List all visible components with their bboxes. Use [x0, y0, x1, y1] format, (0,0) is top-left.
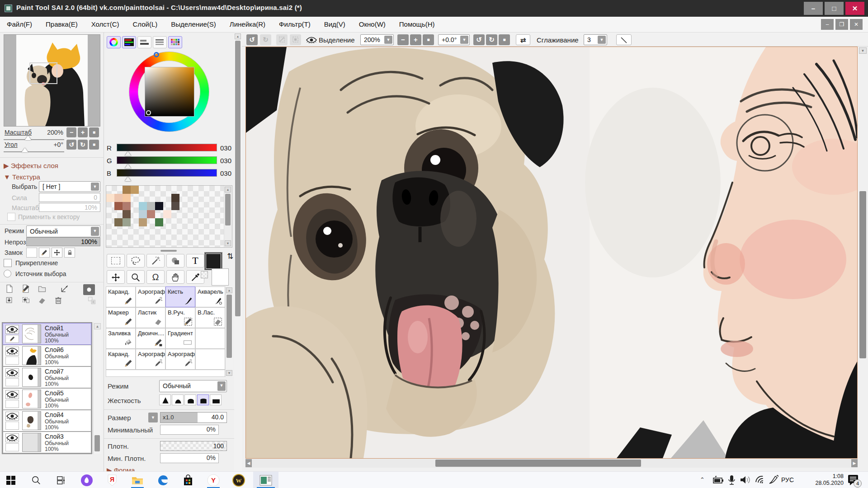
close-button[interactable]: ✕ [845, 2, 864, 15]
blue-slider-thumb[interactable] [125, 177, 131, 181]
invert-selection-button[interactable] [290, 34, 301, 45]
new-layer-button[interactable] [4, 284, 15, 295]
nav-zoom-out-button[interactable]: − [66, 127, 76, 137]
canvas-hscrollbar[interactable]: ◀ ▶ [245, 459, 858, 468]
canvas-viewport[interactable] [245, 47, 858, 459]
density-slider[interactable]: 100 [160, 441, 227, 451]
search-button[interactable] [25, 472, 47, 488]
delete-layer-button[interactable] [52, 296, 64, 307]
layer-edit-indicator[interactable] [5, 357, 19, 365]
maximize-button[interactable]: □ [825, 2, 844, 15]
brush-eraser[interactable]: Ластик [136, 307, 165, 328]
scroll-down-arrow[interactable]: ▼ [225, 240, 231, 246]
color-swatch[interactable] [163, 210, 171, 218]
magic-wand-tool[interactable] [146, 254, 165, 267]
deselect-button[interactable] [276, 34, 288, 45]
layer-visibility-toggle[interactable] [5, 325, 19, 334]
scroll-down-arrow[interactable]: ▼ [226, 370, 232, 376]
chevron-down-icon[interactable] [598, 36, 606, 44]
texture-header[interactable]: ▼ Текстура [4, 173, 40, 181]
nav-zoom-in-button[interactable]: + [78, 127, 88, 137]
layer-row-5[interactable]: Слой4 Обычный 100% [3, 410, 91, 431]
layer-effects-header[interactable]: ▶ Эффекты слоя [4, 162, 58, 170]
lock-move-button[interactable] [52, 248, 62, 258]
chevron-down-icon[interactable] [460, 36, 468, 44]
swatch-scroll-thumb[interactable] [225, 194, 231, 225]
copy-layer-button[interactable] [20, 296, 32, 307]
hardness-2-button[interactable] [172, 394, 184, 405]
layer-mask-button[interactable] [83, 284, 95, 295]
tab-grayscale[interactable] [137, 36, 151, 48]
chevron-down-icon[interactable] [91, 183, 99, 191]
hue-ring-selector[interactable] [154, 52, 159, 57]
panel-scrollbar[interactable]: ▲ [234, 33, 242, 471]
scroll-up-arrow[interactable]: ▲ [235, 33, 241, 39]
color-wheel[interactable] [129, 52, 210, 133]
clear-layer-button[interactable] [36, 296, 48, 307]
swatch-scrollbar[interactable]: ▲ ▼ [224, 186, 232, 247]
brush-empty-slot[interactable] [195, 349, 225, 370]
brush-brush[interactable]: Кисть [165, 286, 195, 307]
nav-scale-slider-thumb[interactable] [25, 136, 31, 140]
undo-button[interactable]: ↺ [246, 34, 258, 45]
angle-dropdown[interactable]: +0.0° [438, 34, 470, 45]
layer-thumbnail[interactable] [22, 368, 41, 387]
layer-thumbnail[interactable] [22, 411, 41, 430]
line-style-button[interactable] [616, 34, 632, 45]
color-swatch[interactable] [155, 202, 163, 210]
hardness-3-button[interactable] [184, 394, 196, 405]
tab-color-wheel[interactable] [107, 36, 121, 48]
layer-visibility-toggle[interactable] [5, 368, 19, 377]
color-swatch[interactable] [139, 202, 147, 210]
shape-tool[interactable] [166, 254, 184, 267]
chevron-down-icon[interactable] [217, 381, 226, 391]
tray-expand-chevron[interactable]: ⌃ [700, 476, 705, 483]
color-swatch[interactable] [114, 218, 123, 226]
layer-edit-indicator[interactable] [5, 378, 19, 386]
rotate-reset-button[interactable]: ■ [499, 34, 510, 45]
lock-pencil-button[interactable] [39, 248, 50, 258]
apply-to-vector-checkbox[interactable] [7, 213, 15, 221]
rotate-ccw-button[interactable]: ↺ [473, 34, 485, 45]
lasso-tool[interactable] [127, 254, 145, 267]
layer-opacity-slider[interactable]: 100% [26, 237, 100, 246]
color-swatch[interactable] [106, 194, 114, 202]
zoom-reset-button[interactable]: ■ [423, 34, 434, 45]
redo-button[interactable]: ↻ [260, 34, 271, 45]
scroll-left-arrow[interactable]: ◀ [245, 459, 252, 467]
clipping-group-button[interactable] [86, 296, 98, 307]
color-swatch[interactable] [131, 186, 139, 194]
layer-edit-indicator[interactable] [5, 443, 19, 451]
min-density-field[interactable]: 0% [160, 453, 219, 463]
brush-pencil-2[interactable]: Каранд. [106, 349, 136, 370]
hardness-4-button[interactable] [197, 394, 209, 405]
menu-file[interactable]: Файл(F) [0, 17, 39, 33]
new-folder-button[interactable] [36, 284, 48, 295]
layer-edit-indicator[interactable] [5, 400, 19, 408]
layer-row-1[interactable]: Слой1 Обычный 100% [3, 324, 91, 344]
edge-button[interactable] [152, 472, 174, 488]
minimize-button[interactable]: – [804, 2, 823, 15]
layer-visibility-toggle[interactable] [5, 390, 19, 399]
zoom-tool[interactable] [127, 270, 145, 284]
yandex-app-button[interactable]: Я [101, 472, 123, 488]
layer-row-4[interactable]: Слой5 Обычный 100% [3, 389, 91, 409]
layer-row-2[interactable]: Слой6 Обычный 100% [3, 345, 91, 366]
chevron-down-icon[interactable] [91, 227, 99, 236]
size-unit-dropdown[interactable]: ▼ [148, 413, 158, 422]
brush-mode-dropdown[interactable]: Обычный [159, 380, 227, 392]
flip-horizontal-button[interactable]: ⇄ [516, 34, 530, 45]
brush-empty-slot[interactable] [195, 328, 225, 349]
brush-fill[interactable]: Заливка [106, 328, 136, 349]
alice-assistant-button[interactable] [76, 472, 98, 488]
red-slider[interactable] [117, 144, 217, 151]
layer-edit-indicator[interactable] [5, 335, 19, 343]
start-button[interactable] [0, 472, 22, 488]
scroll-up-arrow[interactable]: ▲ [94, 323, 101, 329]
rect-select-tool[interactable] [107, 254, 125, 267]
color-swatch[interactable] [123, 210, 131, 218]
texture-strength-field[interactable]: 0 [39, 193, 100, 202]
brush-vector-eraser[interactable]: В.Лас. [195, 307, 225, 328]
layer-mode-dropdown[interactable]: Обычный [26, 225, 100, 237]
zoom-in-button[interactable]: + [410, 34, 421, 45]
